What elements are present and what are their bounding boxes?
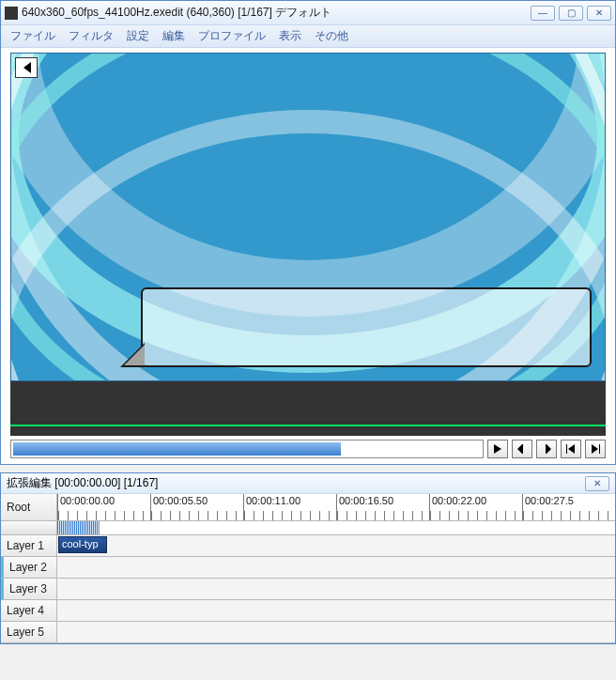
layer-track-1[interactable]: cool-typ	[57, 535, 615, 556]
go-end-button[interactable]	[585, 440, 606, 458]
layer-row: Layer 4	[1, 600, 615, 622]
layer-label-1[interactable]: Layer 1	[1, 535, 57, 556]
ruler-tick: 00:00:22.00	[429, 494, 522, 520]
layer-label-4[interactable]: Layer 4	[1, 600, 57, 621]
menu-filter[interactable]: フィルタ	[69, 28, 114, 44]
menu-edit[interactable]: 編集	[162, 28, 185, 44]
ruler-tick: 00:00:05.50	[150, 494, 243, 520]
layer-track-5[interactable]	[57, 622, 615, 642]
transport-bar	[10, 440, 606, 458]
timeline-title: 拡張編集 [00:00:00.00] [1/167]	[7, 475, 158, 491]
menu-bar: ファイル フィルタ 設定 編集 プロファイル 表示 その他	[1, 25, 615, 48]
menu-file[interactable]: ファイル	[10, 28, 55, 44]
maximize-button[interactable]: ▢	[559, 6, 583, 21]
timeline-close-button[interactable]: ✕	[585, 476, 609, 491]
layer-track-3[interactable]	[57, 579, 615, 599]
speech-bubble	[141, 287, 592, 367]
layer-row: Layer 3	[1, 579, 615, 600]
title-bar[interactable]: 640x360_60fps_44100Hz.exedit (640,360) […	[1, 1, 615, 25]
frame-forward-button[interactable]	[536, 440, 557, 458]
timeline-title-bar[interactable]: 拡張編集 [00:00:00.00] [1/167] ✕	[1, 473, 615, 494]
video-preview	[10, 53, 606, 381]
app-icon	[5, 7, 18, 20]
time-ruler[interactable]: 00:00:00.00 00:00:05.50 00:00:11.00 00:0…	[57, 494, 615, 520]
layer-track-4[interactable]	[57, 600, 615, 621]
skip-start-button[interactable]	[15, 57, 38, 78]
timeline-overview[interactable]	[57, 521, 615, 534]
play-button[interactable]	[487, 440, 508, 458]
frame-back-button[interactable]	[512, 440, 532, 458]
ruler-tick: 00:00:00.00	[57, 494, 150, 520]
layer-row: Layer 5	[1, 622, 615, 643]
go-start-button[interactable]	[561, 440, 581, 458]
layer-track-2[interactable]	[57, 557, 615, 578]
thumbnail-row	[1, 521, 615, 535]
seek-bar[interactable]	[10, 440, 484, 458]
ruler-tick: 00:00:27.5	[522, 494, 615, 520]
skip-start-icon	[20, 61, 33, 74]
menu-view[interactable]: 表示	[279, 28, 301, 44]
layer-row: Layer 1 cool-typ	[1, 535, 615, 557]
close-button[interactable]: ✕	[587, 6, 611, 21]
window-title: 640x360_60fps_44100Hz.exedit (640,360) […	[22, 5, 531, 21]
menu-other[interactable]: その他	[315, 28, 348, 44]
clip-cool-typ[interactable]: cool-typ	[58, 536, 107, 553]
main-window: 640x360_60fps_44100Hz.exedit (640,360) […	[0, 0, 616, 465]
minimize-button[interactable]: —	[531, 6, 555, 21]
ruler-row: Root 00:00:00.00 00:00:05.50 00:00:11.00…	[1, 494, 615, 521]
layer-row: Layer 2	[1, 557, 615, 579]
layer-label-2[interactable]: Layer 2	[1, 557, 57, 578]
layer-label-5[interactable]: Layer 5	[1, 622, 57, 642]
preview-lower-area	[10, 381, 606, 436]
ruler-tick: 00:00:16.50	[336, 494, 429, 520]
menu-settings[interactable]: 設定	[127, 28, 149, 44]
ruler-tick: 00:00:11.00	[243, 494, 336, 520]
menu-profile[interactable]: プロファイル	[198, 28, 266, 44]
layer-label-3[interactable]: Layer 3	[1, 579, 57, 599]
timeline-window: 拡張編集 [00:00:00.00] [1/167] ✕ Root 00:00:…	[0, 472, 616, 644]
root-button[interactable]: Root	[1, 494, 57, 520]
